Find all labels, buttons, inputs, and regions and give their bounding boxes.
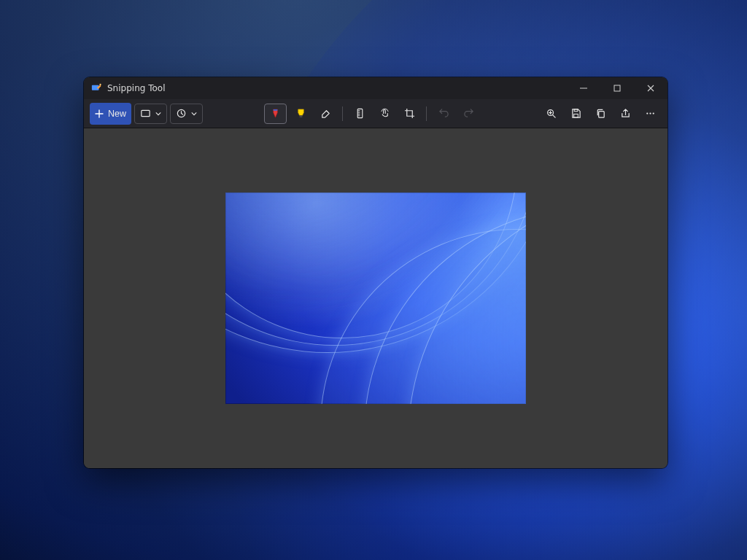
close-button[interactable] [634, 77, 667, 99]
toolbar-right-group [541, 103, 662, 125]
chevron-down-icon [191, 111, 197, 117]
toolbar-center-group [264, 103, 479, 125]
more-icon [645, 108, 656, 119]
ballpoint-pen-button[interactable] [264, 104, 287, 124]
svg-rect-8 [574, 114, 578, 117]
undo-icon [438, 108, 449, 119]
more-button[interactable] [640, 103, 662, 125]
app-icon [91, 83, 101, 93]
svg-rect-2 [614, 85, 620, 91]
svg-rect-3 [142, 110, 150, 116]
snip-mode-dropdown[interactable] [134, 104, 167, 124]
eraser-icon [320, 108, 331, 119]
chevron-down-icon [155, 111, 161, 117]
crop-button[interactable] [398, 103, 420, 125]
clock-icon [176, 108, 187, 119]
touch-writing-icon [379, 108, 390, 119]
copy-icon [595, 108, 606, 119]
redo-icon [463, 108, 474, 119]
copy-button[interactable] [590, 103, 612, 125]
crop-icon [404, 108, 415, 119]
svg-point-1 [99, 84, 101, 85]
toolbar-divider [342, 106, 343, 121]
delay-dropdown[interactable] [170, 104, 203, 124]
svg-rect-5 [299, 115, 302, 117]
new-label: New [108, 109, 126, 119]
title-bar[interactable]: Snipping Tool [84, 77, 667, 99]
svg-point-11 [647, 112, 649, 114]
svg-rect-9 [575, 109, 578, 112]
new-snip-button[interactable]: New [90, 103, 131, 125]
zoom-icon [546, 108, 557, 119]
zoom-button[interactable] [541, 103, 562, 125]
maximize-button[interactable] [600, 77, 634, 99]
highlighter-icon [295, 108, 306, 119]
highlighter-button[interactable] [290, 103, 311, 125]
app-title: Snipping Tool [107, 83, 165, 93]
svg-point-12 [650, 112, 651, 114]
toolbar-left-group: New [90, 103, 203, 125]
ruler-icon [355, 108, 365, 119]
rectangle-snip-icon [140, 108, 151, 119]
snipping-tool-window: Snipping Tool New [84, 77, 667, 468]
minimize-button[interactable] [567, 77, 600, 99]
plus-icon [95, 109, 104, 118]
svg-rect-6 [357, 109, 363, 117]
svg-point-13 [653, 112, 654, 114]
captured-screenshot[interactable] [225, 192, 526, 404]
ruler-button[interactable] [349, 103, 371, 125]
undo-button[interactable] [433, 103, 454, 125]
svg-rect-10 [599, 112, 605, 117]
redo-button[interactable] [457, 103, 479, 125]
eraser-button[interactable] [314, 103, 336, 125]
share-button[interactable] [615, 103, 637, 125]
share-icon [620, 108, 631, 119]
toolbar-divider [426, 106, 427, 121]
toolbar: New [84, 99, 667, 128]
touch-writing-button[interactable] [374, 103, 395, 125]
save-button[interactable] [565, 103, 587, 125]
save-icon [570, 108, 581, 119]
canvas-area[interactable] [84, 128, 667, 468]
ballpoint-pen-icon [270, 108, 281, 119]
